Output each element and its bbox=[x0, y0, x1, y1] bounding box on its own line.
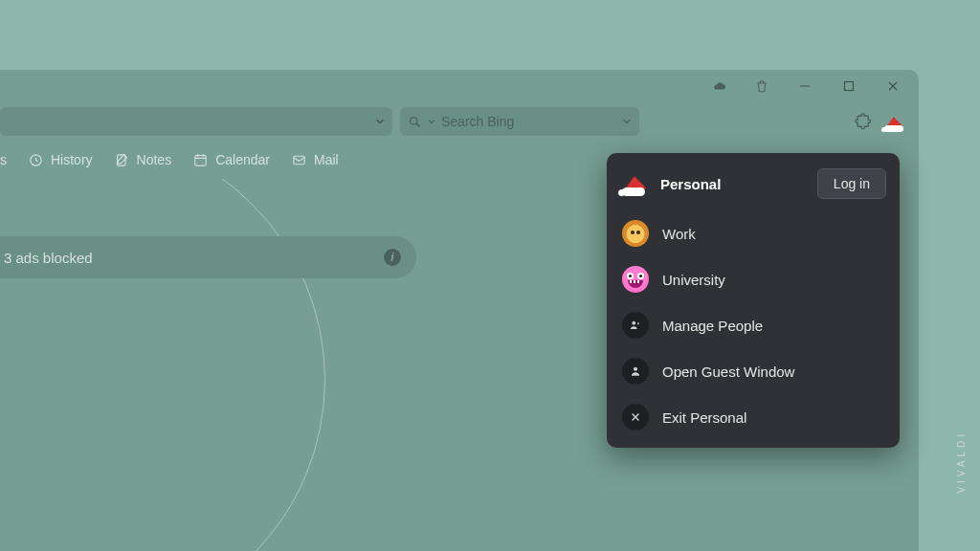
decorative-arc bbox=[0, 179, 325, 551]
guest-icon bbox=[622, 358, 649, 385]
profile-item-label: University bbox=[662, 272, 725, 288]
chevron-down-icon bbox=[375, 117, 385, 126]
svg-point-4 bbox=[411, 117, 418, 124]
titlebar bbox=[0, 70, 919, 102]
chevron-down-icon[interactable] bbox=[622, 117, 632, 126]
svg-rect-12 bbox=[294, 156, 304, 165]
calendar-icon bbox=[192, 152, 209, 168]
svg-rect-1 bbox=[845, 82, 854, 91]
bookmark-notes[interactable]: Notes bbox=[114, 152, 172, 168]
lion-avatar-icon bbox=[622, 220, 649, 247]
svg-point-13 bbox=[632, 321, 635, 325]
search-icon bbox=[408, 115, 422, 129]
profile-popup-header: Personal Log in bbox=[607, 163, 900, 210]
bookmark-history[interactable]: History bbox=[28, 152, 93, 168]
clock-icon bbox=[28, 152, 44, 168]
login-button[interactable]: Log in bbox=[817, 168, 886, 199]
notes-icon bbox=[114, 152, 130, 168]
profile-item-label: Work bbox=[662, 226, 696, 242]
people-icon bbox=[622, 312, 649, 339]
profile-popup: Personal Log in Work University Manage P… bbox=[607, 153, 900, 448]
search-box[interactable] bbox=[400, 107, 639, 136]
window-maximize-button[interactable] bbox=[827, 70, 871, 102]
current-profile-avatar bbox=[620, 171, 649, 196]
window-minimize-button[interactable] bbox=[783, 70, 827, 102]
ads-blocked-card[interactable]: 3 ads blocked i bbox=[0, 236, 416, 278]
toolbar bbox=[0, 102, 919, 141]
santa-hat-icon bbox=[620, 171, 649, 196]
chevron-down-icon bbox=[428, 118, 435, 125]
bookmark-label: Notes bbox=[137, 152, 172, 167]
bookmark-calendar[interactable]: Calendar bbox=[192, 152, 270, 168]
search-input[interactable] bbox=[441, 114, 616, 129]
bookmark-label: History bbox=[51, 152, 93, 167]
trash-icon[interactable] bbox=[741, 70, 783, 102]
watermark: VIVALDI bbox=[956, 430, 967, 494]
close-icon bbox=[622, 404, 649, 430]
svg-point-15 bbox=[634, 367, 637, 371]
popup-action-label: Exit Personal bbox=[662, 409, 746, 426]
monster-avatar-icon bbox=[622, 266, 649, 293]
ads-blocked-text: 3 ads blocked bbox=[4, 250, 93, 266]
window-close-button[interactable] bbox=[871, 70, 915, 102]
bookmark-fragment: s bbox=[0, 152, 7, 167]
extensions-icon[interactable] bbox=[852, 110, 875, 133]
svg-point-14 bbox=[637, 322, 639, 324]
mail-icon bbox=[291, 152, 307, 168]
exit-profile-item[interactable]: Exit Personal bbox=[607, 394, 900, 440]
bookmark-label: Calendar bbox=[215, 152, 270, 167]
sync-cloud-icon[interactable] bbox=[699, 70, 741, 102]
popup-action-label: Manage People bbox=[662, 318, 763, 334]
popup-action-label: Open Guest Window bbox=[662, 364, 794, 380]
profile-item-work[interactable]: Work bbox=[607, 210, 900, 256]
bookmark-mail[interactable]: Mail bbox=[291, 152, 339, 168]
manage-people-item[interactable]: Manage People bbox=[607, 302, 900, 348]
svg-line-5 bbox=[416, 123, 419, 126]
info-icon[interactable]: i bbox=[384, 249, 401, 266]
santa-hat-icon bbox=[882, 111, 909, 132]
bookmark-label: Mail bbox=[314, 152, 339, 167]
address-bar[interactable] bbox=[0, 107, 392, 136]
open-guest-window-item[interactable]: Open Guest Window bbox=[607, 348, 900, 394]
profile-item-university[interactable]: University bbox=[607, 256, 900, 302]
profile-button[interactable] bbox=[882, 111, 909, 132]
current-profile-name: Personal bbox=[660, 176, 806, 192]
svg-rect-8 bbox=[195, 155, 206, 165]
